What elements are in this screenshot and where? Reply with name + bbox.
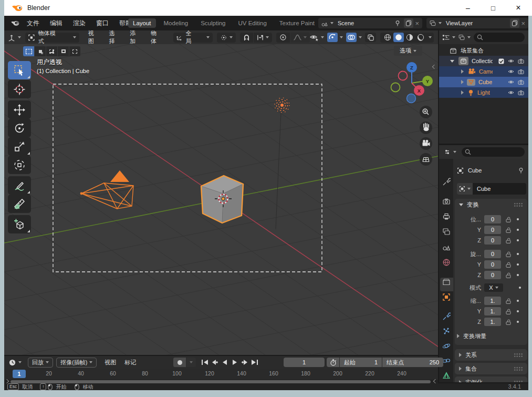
perspective-toggle-button[interactable]: [420, 153, 432, 166]
pan-button[interactable]: [420, 121, 432, 134]
overlays-toggle[interactable]: [346, 33, 357, 42]
animate-dot-icon[interactable]: [515, 298, 521, 304]
scale-y-field[interactable]: 1.: [484, 307, 501, 315]
panel-drag-grip[interactable]: [514, 202, 523, 207]
viewport[interactable]: Z Y X: [4, 44, 438, 355]
keying-menu[interactable]: 抠像(插帧): [56, 358, 97, 368]
lock-icon[interactable]: [505, 272, 512, 278]
zoom-button[interactable]: [420, 106, 432, 118]
delta-transform-subpanel[interactable]: 变换增量: [457, 330, 525, 342]
lock-icon[interactable]: [505, 319, 512, 325]
tool-annotate[interactable]: [8, 176, 31, 195]
next-keyframe-button[interactable]: [239, 358, 249, 367]
playback-menu[interactable]: 回放: [28, 358, 53, 368]
rotation-z-field[interactable]: 0: [484, 271, 501, 279]
instancing-panel[interactable]: 实例化: [455, 376, 527, 382]
view-layer-selector[interactable]: ViewLayer ×: [426, 18, 528, 28]
timeline-menu-marker[interactable]: 标记: [122, 359, 139, 367]
panel-drag-grip[interactable]: [514, 380, 523, 382]
gizmos-toggle[interactable]: [327, 33, 338, 42]
collections-panel[interactable]: 集合: [455, 363, 527, 374]
auto-keying-toggle[interactable]: [173, 358, 186, 367]
outliner-editor-type[interactable]: [442, 34, 455, 41]
collection-row[interactable]: Collection: [439, 56, 528, 66]
show-gizmo-visibility[interactable]: [310, 34, 324, 41]
viewport-menu-select[interactable]: 选择: [107, 29, 122, 45]
timeline-expand-right-arrow[interactable]: [433, 379, 437, 383]
animate-dot-icon[interactable]: [515, 237, 521, 243]
tab-output[interactable]: [442, 212, 451, 221]
tab-constraints[interactable]: [442, 357, 451, 365]
pivot-point-selector[interactable]: [217, 33, 236, 43]
cube-expand-arrow[interactable]: [461, 80, 464, 84]
previous-keyframe-button[interactable]: [210, 358, 220, 367]
tab-scene[interactable]: [442, 243, 451, 251]
use-preview-range-toggle[interactable]: [327, 358, 339, 367]
minimize-button[interactable]: –: [455, 4, 481, 12]
select-mode-extend[interactable]: [35, 46, 46, 56]
location-z-field[interactable]: 0: [484, 236, 501, 245]
scale-x-field[interactable]: 1.: [484, 297, 501, 305]
rotation-x-field[interactable]: 0: [484, 250, 501, 258]
camera-hide-toggle[interactable]: [508, 69, 514, 74]
collection-hide-toggle[interactable]: [508, 58, 514, 64]
timeline-ruler[interactable]: 20 40 60 80 100 120 140 160 180 200 220 …: [4, 369, 438, 380]
tab-object-data[interactable]: [442, 371, 451, 380]
app-menu-icon[interactable]: [11, 19, 20, 27]
tab-particles[interactable]: [442, 327, 451, 335]
tool-select-box[interactable]: [8, 61, 31, 79]
mode-selector[interactable]: 物体模式: [25, 33, 79, 43]
gizmo-axis-neg-x[interactable]: [399, 72, 408, 80]
viewport-menu-view[interactable]: 视图: [86, 29, 101, 45]
proportional-falloff-selector[interactable]: [290, 33, 310, 43]
outliner-search[interactable]: [474, 33, 525, 42]
animate-dot-icon[interactable]: [515, 308, 521, 314]
shading-wireframe-button[interactable]: [382, 33, 393, 42]
maximize-button[interactable]: □: [481, 4, 506, 12]
panel-drag-grip[interactable]: [514, 353, 523, 357]
viewport-menu-add[interactable]: 添加: [127, 29, 143, 45]
animate-dot-icon[interactable]: [515, 319, 521, 325]
outliner-row-cube[interactable]: Cube: [439, 77, 528, 87]
select-mode-new[interactable]: [23, 46, 34, 56]
lock-icon[interactable]: [505, 227, 512, 233]
collection-render-toggle[interactable]: [518, 58, 524, 64]
panel-drag-grip[interactable]: [514, 367, 523, 371]
menu-file[interactable]: 文件: [24, 19, 42, 28]
transform-panel-header[interactable]: 变换: [455, 199, 527, 210]
properties-search[interactable]: [462, 147, 525, 157]
collection-expand-arrow[interactable]: [450, 60, 454, 63]
play-button[interactable]: [230, 358, 239, 367]
lock-icon[interactable]: [505, 216, 512, 222]
animate-dot-icon[interactable]: [515, 261, 521, 268]
tab-modifiers[interactable]: [442, 312, 451, 321]
workspace-tab-layout[interactable]: Layout: [128, 18, 156, 28]
navigation-gizmo[interactable]: Z Y X: [391, 62, 433, 103]
outliner-row-light[interactable]: Light: [439, 87, 528, 98]
viewport-menu-object[interactable]: 物体: [148, 29, 164, 45]
transform-orientation-selector[interactable]: 全局: [173, 33, 213, 43]
gizmo-axis-neg-y[interactable]: [391, 83, 400, 92]
camera-expand-arrow[interactable]: [461, 69, 464, 74]
object-id-selector[interactable]: [457, 183, 473, 195]
tool-move[interactable]: [8, 100, 31, 119]
snap-settings[interactable]: [254, 33, 272, 43]
lock-icon[interactable]: [505, 251, 512, 257]
light-hide-toggle[interactable]: [508, 90, 514, 95]
scene-selector[interactable]: Scene ×: [318, 18, 422, 28]
new-scene-button[interactable]: [404, 18, 413, 28]
rotation-y-field[interactable]: 0: [484, 260, 501, 269]
tab-view-layer[interactable]: [442, 228, 451, 236]
jump-to-start-button[interactable]: [200, 358, 210, 367]
pin-icon[interactable]: [394, 20, 401, 26]
animate-dot-icon[interactable]: [515, 272, 521, 278]
timeline-scrollbar[interactable]: [11, 380, 431, 383]
frame-end-field[interactable]: 结束点 250: [382, 358, 443, 367]
tab-tool[interactable]: [442, 178, 451, 186]
timeline-editor-type[interactable]: [8, 359, 22, 367]
shading-material-button[interactable]: [404, 33, 415, 42]
tool-add-cube[interactable]: [8, 215, 31, 233]
animate-dot-icon[interactable]: [515, 216, 521, 222]
relations-panel[interactable]: 关系: [455, 349, 527, 361]
light-expand-arrow[interactable]: [461, 90, 464, 95]
